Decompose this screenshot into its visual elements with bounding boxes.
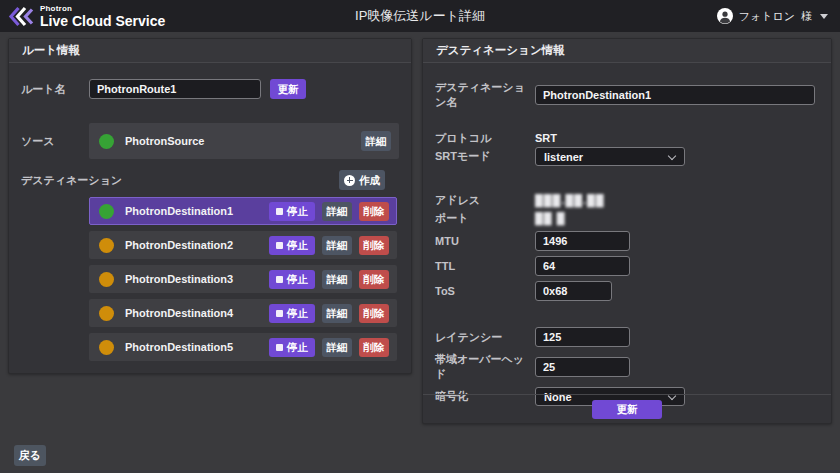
route-name-input[interactable] [89, 79, 261, 99]
srt-mode-label: SRTモード [435, 149, 535, 164]
stop-button[interactable]: 停止 [269, 304, 315, 323]
back-button[interactable]: 戻る [14, 445, 46, 466]
stop-button[interactable]: 停止 [269, 270, 315, 289]
destination-name: PhotronDestination2 [125, 239, 233, 251]
delete-button[interactable]: 削除 [359, 270, 389, 289]
status-dot [99, 340, 114, 355]
status-dot [99, 306, 114, 321]
destination-row-2[interactable]: PhotronDestination2 停止 詳細 削除 [89, 231, 397, 259]
protocol-row: プロトコル SRT [435, 131, 819, 145]
brand-logo-icon [8, 6, 35, 27]
source-row: ソース PhotronSource 詳細 [21, 123, 399, 159]
destination-list-header: デスティネーション 作成 [21, 169, 399, 191]
detail-button[interactable]: 詳細 [322, 202, 352, 221]
stop-button[interactable]: 停止 [269, 202, 315, 221]
destination-row-5[interactable]: PhotronDestination5 停止 詳細 削除 [89, 333, 397, 361]
delete-button[interactable]: 削除 [359, 236, 389, 255]
user-menu[interactable]: フォトロン 様 [717, 0, 828, 32]
status-dot [99, 238, 114, 253]
destination-name: PhotronDestination1 [125, 205, 233, 217]
srt-mode-select[interactable]: listener [535, 147, 685, 166]
stop-button-label: 停止 [287, 240, 308, 251]
route-info-panel: ルート情報 ルート名 更新 ソース PhotronSource 詳細 デスティネ… [8, 38, 412, 374]
stop-button[interactable]: 停止 [269, 338, 315, 357]
stop-button-label: 停止 [287, 274, 308, 285]
destination-name: PhotronDestination4 [125, 307, 233, 319]
destination-row-4[interactable]: PhotronDestination4 停止 詳細 削除 [89, 299, 397, 327]
overhead-label: 帯域オーバーヘッド [435, 352, 535, 382]
protocol-value: SRT [535, 132, 557, 144]
delete-button[interactable]: 削除 [359, 202, 389, 221]
destination-create-button[interactable]: 作成 [339, 170, 385, 190]
source-status-dot [99, 134, 114, 149]
chevron-down-icon [668, 152, 676, 160]
brand-product: Live Cloud Service [40, 14, 165, 28]
stop-icon [276, 276, 283, 283]
port-row: ポート ██ █ [435, 211, 819, 225]
mtu-label: MTU [435, 235, 535, 247]
srt-mode-row: SRTモード listener [435, 147, 819, 166]
ttl-input[interactable] [535, 256, 630, 276]
source-label: ソース [21, 134, 89, 149]
latency-label: レイテンシー [435, 330, 535, 345]
destination-name-input[interactable] [535, 85, 815, 105]
destination-name: PhotronDestination3 [125, 273, 233, 285]
destination-list: PhotronDestination1 停止 詳細 削除 PhotronDest… [89, 197, 397, 361]
user-suffix: 様 [801, 9, 812, 24]
srt-mode-value: listener [544, 151, 583, 163]
overhead-input[interactable] [535, 357, 630, 377]
brand-name: Photron [40, 5, 165, 13]
detail-button[interactable]: 詳細 [322, 270, 352, 289]
stop-icon [276, 344, 283, 351]
destination-info-panel: デスティネーション情報 デスティネーション名 プロトコル SRT SRTモード … [422, 38, 832, 424]
route-name-update-button[interactable]: 更新 [270, 79, 306, 99]
stop-button[interactable]: 停止 [269, 236, 315, 255]
route-name-row: ルート名 更新 [21, 79, 399, 99]
ttl-label: TTL [435, 260, 535, 272]
destination-info-panel-header: デスティネーション情報 [423, 39, 831, 63]
destination-row-1[interactable]: PhotronDestination1 停止 詳細 削除 [89, 197, 397, 225]
destination-update-button[interactable]: 更新 [592, 400, 662, 419]
user-avatar-icon [717, 8, 733, 24]
route-name-label: ルート名 [21, 82, 89, 97]
delete-button[interactable]: 削除 [359, 338, 389, 357]
stop-button-label: 停止 [287, 206, 308, 217]
protocol-label: プロトコル [435, 131, 535, 146]
create-button-label: 作成 [359, 175, 380, 186]
source-name: PhotronSource [125, 135, 204, 147]
destination-panel-footer: 更新 [423, 394, 831, 423]
route-info-panel-header: ルート情報 [9, 39, 411, 63]
ttl-row: TTL [435, 256, 819, 276]
detail-button[interactable]: 詳細 [322, 338, 352, 357]
address-label: アドレス [435, 193, 535, 208]
stop-icon [276, 310, 283, 317]
address-row: アドレス ███.██.██ [435, 193, 819, 207]
stop-button-label: 停止 [287, 308, 308, 319]
detail-button[interactable]: 詳細 [322, 236, 352, 255]
stop-icon [276, 208, 283, 215]
mtu-input[interactable] [535, 231, 630, 251]
stop-button-label: 停止 [287, 342, 308, 353]
source-item: PhotronSource 詳細 [89, 123, 399, 159]
port-label: ポート [435, 211, 535, 226]
topbar: Photron Live Cloud Service IP映像伝送ルート詳細 フ… [0, 0, 840, 32]
plus-icon [344, 175, 355, 186]
brand[interactable]: Photron Live Cloud Service [8, 5, 165, 28]
stop-icon [276, 242, 283, 249]
delete-button[interactable]: 削除 [359, 304, 389, 323]
page-title: IP映像伝送ルート詳細 [355, 0, 485, 32]
port-value: ██ █ [535, 212, 565, 224]
route-info-title: ルート情報 [22, 43, 80, 58]
status-dot [99, 272, 114, 287]
user-menu-caret-icon [820, 14, 828, 19]
destination-row-3[interactable]: PhotronDestination3 停止 詳細 削除 [89, 265, 397, 293]
latency-input[interactable] [535, 327, 630, 347]
tos-label: ToS [435, 285, 535, 297]
source-detail-button[interactable]: 詳細 [361, 131, 391, 151]
destination-info-title: デスティネーション情報 [436, 43, 565, 58]
address-value: ███.██.██ [535, 194, 605, 206]
destination-name-row: デスティネーション名 [435, 80, 819, 110]
latency-row: レイテンシー [435, 327, 819, 347]
detail-button[interactable]: 詳細 [322, 304, 352, 323]
tos-input[interactable] [535, 281, 612, 301]
